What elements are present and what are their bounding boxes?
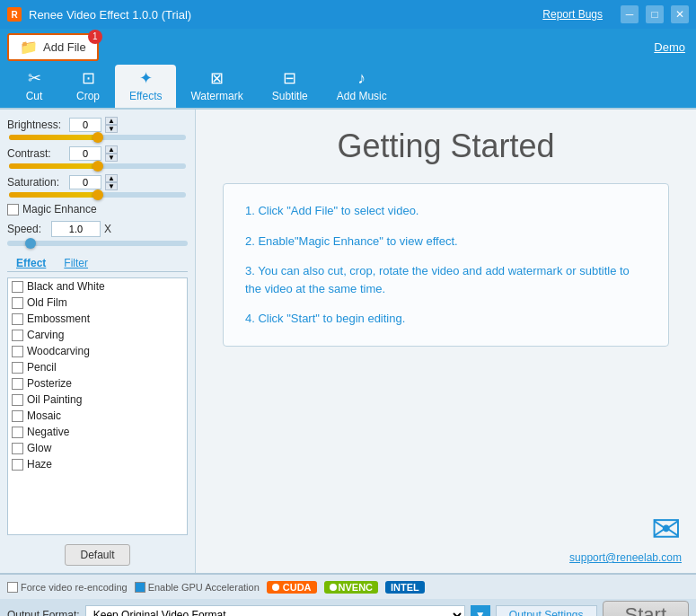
output-format-label: Output Format: xyxy=(7,609,80,616)
magic-enhance-checkbox[interactable] xyxy=(7,204,19,216)
saturation-spin-up[interactable]: ▲ xyxy=(105,174,118,182)
output-format-select[interactable]: Keep Original Video Format xyxy=(85,605,465,616)
contrast-slider-track[interactable] xyxy=(9,163,186,169)
brightness-spin: ▲ ▼ xyxy=(105,117,118,133)
list-item[interactable]: Mosaic xyxy=(8,408,187,424)
output-settings-button[interactable]: Output Settings xyxy=(496,605,597,616)
tab-subtitle[interactable]: ⊟ Subtitle xyxy=(258,65,322,108)
subtitle-icon: ⊟ xyxy=(283,68,296,88)
list-item[interactable]: Haze xyxy=(8,456,187,472)
effect-checkbox[interactable] xyxy=(12,281,23,293)
speed-input[interactable] xyxy=(51,221,101,237)
effect-list[interactable]: Black and White Old Film Embossment Carv… xyxy=(7,277,188,535)
main-layout: Brightness: ▲ ▼ Contrast: ▲ ▼ xyxy=(0,110,696,573)
list-item[interactable]: Glow xyxy=(8,440,187,456)
effect-checkbox[interactable] xyxy=(12,410,23,422)
effect-checkbox[interactable] xyxy=(12,443,23,454)
list-item[interactable]: Carving xyxy=(8,327,187,343)
enable-gpu-checkbox[interactable] xyxy=(135,582,145,593)
tab-effects[interactable]: ✦ Effects xyxy=(115,65,176,108)
close-button[interactable]: ✕ xyxy=(671,5,689,23)
list-item[interactable]: Negative xyxy=(8,424,187,440)
effect-checkbox[interactable] xyxy=(12,378,23,390)
effect-label: Mosaic xyxy=(27,409,61,422)
brightness-label: Brightness: xyxy=(7,119,66,131)
maximize-button[interactable]: □ xyxy=(646,5,664,23)
saturation-spin-down[interactable]: ▼ xyxy=(105,182,118,190)
effect-label: Embossment xyxy=(27,312,90,325)
brightness-value[interactable] xyxy=(69,118,101,132)
brightness-slider-fill xyxy=(9,135,98,140)
effect-checkbox[interactable] xyxy=(12,362,23,374)
watermark-icon: ⊠ xyxy=(210,68,224,88)
report-bugs-link[interactable]: Report Bugs xyxy=(542,8,603,21)
output-format-arrow[interactable]: ▼ xyxy=(471,605,490,616)
brightness-slider-track[interactable] xyxy=(9,135,186,140)
nvenc-dot xyxy=(330,584,337,591)
effects-icon: ✦ xyxy=(139,68,153,88)
tab-effects-label: Effects xyxy=(129,90,162,102)
brightness-slider-thumb[interactable] xyxy=(93,132,103,143)
list-item[interactable]: Posterize xyxy=(8,375,187,392)
tab-watermark[interactable]: ⊠ Watermark xyxy=(176,65,257,108)
list-item[interactable]: Old Film xyxy=(8,295,187,311)
contrast-spin-down[interactable]: ▼ xyxy=(105,154,118,162)
support-email[interactable]: support@reneelab.com xyxy=(569,551,682,564)
brightness-spin-down[interactable]: ▼ xyxy=(105,125,118,133)
tab-effect[interactable]: Effect xyxy=(7,255,55,271)
demo-link[interactable]: Demo xyxy=(654,40,685,54)
list-item[interactable]: Embossment xyxy=(8,311,187,327)
tab-filter[interactable]: Filter xyxy=(55,255,97,271)
effect-checkbox[interactable] xyxy=(12,313,23,325)
nvenc-label: NVENC xyxy=(339,582,374,593)
effect-checkbox[interactable] xyxy=(12,346,23,357)
effect-checkbox[interactable] xyxy=(12,330,23,341)
tab-addmusic[interactable]: ♪ Add Music xyxy=(322,66,401,108)
speed-row: Speed: X xyxy=(7,221,188,237)
force-reencode-checkbox[interactable] xyxy=(7,582,18,593)
speed-slider-thumb[interactable] xyxy=(25,238,36,249)
contrast-value[interactable] xyxy=(69,146,101,161)
saturation-group: Saturation: ▲ ▼ xyxy=(7,174,188,198)
step-4: 4. Click "Start" to begin editing. xyxy=(245,310,647,328)
cuda-badge: CUDA xyxy=(267,581,317,594)
list-item[interactable]: Oil Painting xyxy=(8,392,187,408)
contrast-group: Contrast: ▲ ▼ xyxy=(7,145,188,169)
contrast-spin: ▲ ▼ xyxy=(105,145,118,162)
magic-enhance-label: Magic Enhance xyxy=(22,203,97,216)
tab-cut-label: Cut xyxy=(26,90,43,102)
saturation-slider-track[interactable] xyxy=(9,192,186,198)
effect-checkbox[interactable] xyxy=(12,394,23,406)
effect-checkbox[interactable] xyxy=(12,427,23,438)
tabs-row: ✂ Cut ⊡ Crop ✦ Effects ⊠ Watermark ⊟ Sub… xyxy=(0,65,696,110)
effect-checkbox[interactable] xyxy=(12,459,23,471)
effect-label: Pencil xyxy=(27,361,57,374)
contrast-slider-thumb[interactable] xyxy=(93,161,103,172)
speed-unit: X xyxy=(104,223,111,235)
contrast-spin-up[interactable]: ▲ xyxy=(105,145,118,154)
saturation-slider-thumb[interactable] xyxy=(93,189,103,200)
start-button[interactable]: Start xyxy=(603,601,689,616)
add-file-button[interactable]: 📁 Add File 1 xyxy=(7,33,99,61)
minimize-button[interactable]: ─ xyxy=(621,5,639,23)
support-area: ✉ support@reneelab.com xyxy=(196,508,696,573)
effect-label: Negative xyxy=(27,426,69,438)
list-item[interactable]: Black and White xyxy=(8,278,187,295)
speed-slider-track[interactable] xyxy=(7,241,188,246)
effect-label: Haze xyxy=(27,458,52,471)
default-button[interactable]: Default xyxy=(65,544,129,566)
bottom-section: Force video re-encoding Enable GPU Accel… xyxy=(0,573,696,616)
getting-started-box: 1. Click "Add File" to select video. 2. … xyxy=(223,183,669,347)
effect-label: Old Film xyxy=(27,296,67,309)
app-icon: R xyxy=(7,7,22,22)
step-1: 1. Click "Add File" to select video. xyxy=(245,202,647,220)
saturation-value[interactable] xyxy=(69,175,101,189)
saturation-spin: ▲ ▼ xyxy=(105,174,118,190)
list-item[interactable]: Pencil xyxy=(8,359,187,375)
brightness-spin-up[interactable]: ▲ xyxy=(105,117,118,125)
effect-filter-tabs: Effect Filter xyxy=(7,255,188,272)
tab-crop[interactable]: ⊡ Crop xyxy=(61,65,115,108)
effect-checkbox[interactable] xyxy=(12,297,23,309)
tab-cut[interactable]: ✂ Cut xyxy=(7,65,61,108)
list-item[interactable]: Woodcarving xyxy=(8,343,187,359)
